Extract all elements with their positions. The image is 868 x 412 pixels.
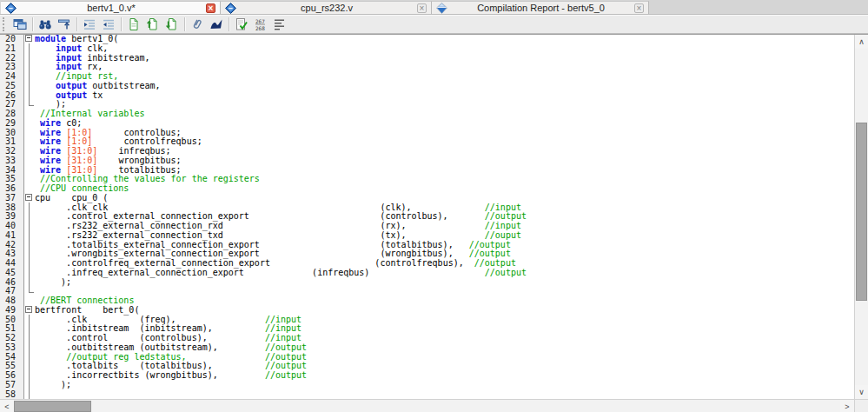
code-text[interactable]: .incorrectbits (wrongbitbus), //output <box>35 371 307 381</box>
line-endings-icon[interactable] <box>271 17 288 32</box>
fold-guide <box>24 343 35 353</box>
fold-toggle-icon[interactable] <box>24 306 35 316</box>
hdl-file-icon <box>5 3 17 14</box>
fold-guide <box>24 278 35 288</box>
code-line: 36 //CPU connections <box>0 184 854 194</box>
line-number: 37 <box>0 194 24 203</box>
line-number: 49 <box>0 306 24 316</box>
line-number: 21 <box>0 44 24 54</box>
fold-guide <box>24 91 35 101</box>
fold-guide <box>24 44 35 54</box>
tab-label: cpu_rs232.v <box>236 3 417 13</box>
editor-toolbar: 267268 <box>0 15 868 34</box>
code-line: 45 .infreq_external_connection_export (i… <box>0 269 854 278</box>
scroll-right-icon[interactable]: > <box>840 400 854 412</box>
code-line: 37cpu cpu_0 ( <box>0 194 854 203</box>
vertical-scroll-thumb[interactable] <box>856 123 867 301</box>
fold-guide <box>24 259 35 269</box>
line-number: 33 <box>0 156 24 166</box>
svg-text:267: 267 <box>255 18 265 24</box>
line-number: 45 <box>0 269 24 278</box>
line-number: 29 <box>0 119 24 129</box>
fold-guide <box>24 110 35 119</box>
fold-guide <box>24 371 35 381</box>
goto-line-icon[interactable] <box>56 17 73 32</box>
goto-line-number-icon[interactable]: 267268 <box>252 17 269 32</box>
scroll-up-icon[interactable]: ∧ <box>855 35 868 49</box>
horizontal-scroll-track[interactable] <box>14 400 840 412</box>
fold-guide <box>24 82 35 91</box>
close-tab-icon[interactable]: × <box>206 3 215 13</box>
toolbar-separator <box>76 17 77 31</box>
indent-icon[interactable] <box>81 17 98 32</box>
check-syntax-icon[interactable] <box>233 17 250 32</box>
tab-cpu-rs232[interactable]: cpu_rs232.v × <box>221 1 432 14</box>
code-line: 58 <box>0 390 854 400</box>
code-text[interactable]: .infreq_external_connection_export (infr… <box>35 269 527 278</box>
fold-guide <box>24 241 35 250</box>
fold-guide <box>24 147 35 156</box>
fold-guide <box>24 316 35 325</box>
tab-bertv1_0[interactable]: bertv1_0.v* × <box>1 1 221 14</box>
code-line: 26 output tx <box>0 91 854 101</box>
fold-guide <box>24 156 35 166</box>
fold-guide <box>24 334 35 343</box>
horizontal-scrollbar[interactable]: < > <box>0 399 854 412</box>
toolbar-separator <box>184 17 185 31</box>
fold-guide <box>24 137 35 147</box>
code-text[interactable]: ); <box>35 278 71 288</box>
fold-guide <box>24 100 35 110</box>
scroll-down-icon[interactable]: ∨ <box>855 385 868 399</box>
line-number: 58 <box>0 390 24 400</box>
code-line: 28 //Internal variables <box>0 110 854 119</box>
close-tab-icon[interactable]: × <box>417 3 427 13</box>
find-icon[interactable] <box>36 17 54 32</box>
toolbar-separator <box>32 17 33 31</box>
code-line: 46 ); <box>0 278 854 288</box>
fold-guide <box>24 296 35 306</box>
next-bookmark-icon[interactable] <box>144 17 162 32</box>
vertical-scroll-track[interactable] <box>855 49 868 385</box>
fold-toggle-icon[interactable] <box>24 194 35 203</box>
scrollbar-corner <box>854 399 868 412</box>
close-tab-icon[interactable]: × <box>634 3 644 13</box>
insert-bookmark-icon[interactable] <box>125 17 142 32</box>
code-text[interactable]: ); <box>35 381 71 390</box>
outdent-icon[interactable] <box>100 17 117 32</box>
fold-guide <box>24 212 35 222</box>
tab-compilation-report[interactable]: Compilation Report - bertv5_0 × <box>432 1 649 14</box>
previous-bookmark-icon[interactable] <box>163 17 181 32</box>
editor-window: bertv1_0.v* × cpu_rs232.v × Compilation … <box>0 0 868 412</box>
bottom-bar: < > <box>0 399 868 412</box>
code-line: 25 output outbitstream, <box>0 82 854 91</box>
fold-guide <box>24 249 35 259</box>
fold-guide <box>24 119 35 129</box>
fold-guide <box>24 175 35 184</box>
vertical-scrollbar[interactable]: ∧ ∨ <box>854 35 868 399</box>
code-line: 22 input inbitstream, <box>0 54 854 63</box>
fold-guide <box>24 222 35 231</box>
code-editor: 20module bertv1_0(21 input clk,22 input … <box>0 34 868 412</box>
editor-window-icon[interactable] <box>11 17 29 32</box>
line-number: 57 <box>0 381 24 390</box>
toolbar-separator <box>229 17 229 31</box>
fold-guide <box>24 129 35 138</box>
code-line: 23 input rx, <box>0 63 854 72</box>
tab-bar: bertv1_0.v* × cpu_rs232.v × Compilation … <box>0 0 868 15</box>
fold-guide <box>24 54 35 63</box>
fold-guide <box>24 287 35 296</box>
attach-icon[interactable] <box>189 17 206 32</box>
horizontal-scroll-thumb[interactable] <box>14 401 91 412</box>
fold-toggle-icon[interactable] <box>24 35 35 44</box>
code-viewport[interactable]: 20module bertv1_0(21 input clk,22 input … <box>0 35 854 399</box>
fold-guide <box>24 184 35 194</box>
fold-guide <box>24 72 35 82</box>
scroll-left-icon[interactable]: < <box>0 400 14 412</box>
fold-guide <box>24 362 35 371</box>
fold-guide <box>24 390 35 400</box>
fold-guide <box>24 166 35 176</box>
fold-guide <box>24 269 35 278</box>
toolbar-drag-handle[interactable] <box>3 17 7 31</box>
insert-template-icon[interactable] <box>208 17 225 32</box>
fold-guide <box>24 324 35 334</box>
